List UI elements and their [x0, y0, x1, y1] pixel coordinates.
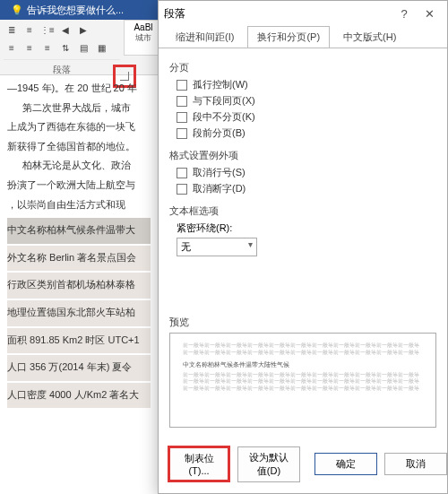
preview-filler: 前一般等前一般等前一般等前一般等前一般等前一般等前一般等前一般等前一般等前一般等…	[183, 386, 423, 393]
preview-filler: 前一般等前一般等前一般等前一般等前一般等前一般等前一般等前一般等前一般等前一般等…	[183, 350, 423, 357]
decrease-indent-icon[interactable]: ◀	[57, 22, 73, 38]
preview-filler: 前一般等前一般等前一般等前一般等前一般等前一般等前一般等前一般等前一般等前一般等…	[183, 378, 423, 386]
doc-line: ，以崇尚自由生活方式和现	[7, 197, 151, 213]
preview-label: 预览	[169, 316, 436, 329]
preview-filler: 前一般等前一般等前一般等前一般等前一般等前一般等前一般等前一般等前一般等前一般等…	[183, 372, 423, 379]
checkbox-widow[interactable]	[177, 80, 187, 91]
doc-line: 上成为了西德在东德的一块飞	[7, 119, 151, 135]
checkbox-no-hyphen[interactable]	[177, 184, 187, 195]
preview-main-text: 中文名称柏林气候条件温带大陆性气候	[183, 360, 423, 368]
preview-box: 前一般等前一般等前一般等前一般等前一般等前一般等前一般等前一般等前一般等前一般等…	[169, 333, 436, 428]
ok-button[interactable]: 确定	[314, 453, 377, 475]
table-row: 人口密度 4000 人/Km2 著名大	[7, 383, 151, 409]
doc-line: 柏林无论是从文化、政治	[7, 158, 151, 174]
dialog-footer: 制表位(T)... 设为默认值(D) 确定 取消	[159, 438, 447, 493]
borders-icon[interactable]: ▦	[93, 39, 109, 56]
tab-cjk[interactable]: 中文版式(H)	[333, 26, 406, 48]
group-pagination-label: 分页	[169, 61, 436, 74]
select-tight-wrap[interactable]: 无	[177, 238, 257, 256]
tab-pagination[interactable]: 换行和分页(P)	[247, 26, 330, 48]
cancel-button[interactable]: 取消	[384, 453, 447, 475]
table-row: 行政区类别首都机场柏林泰格	[7, 273, 151, 299]
table-row: 外文名称 Berlin 著名景点国会	[7, 246, 151, 272]
paragraph-dialog: 段落 ? ✕ 缩进和间距(I) 换行和分页(P) 中文版式(H) 分页 孤行控制…	[158, 0, 448, 494]
doc-line: 新获得了全德国首都的地位。	[7, 139, 151, 155]
document-body: —1945 年)。在 20 世纪 20 年 第二次世界大战后，城市 上成为了西德…	[0, 75, 158, 415]
label-no-line-num: 取消行号(S)	[193, 166, 246, 179]
table-row: 面积 891.85 Km2 时区 UTC+1	[7, 328, 151, 354]
align-right-icon[interactable]: ≡	[39, 39, 56, 56]
align-left-icon[interactable]: ≡	[4, 39, 20, 56]
multilevel-icon[interactable]: ⋮≡	[39, 22, 56, 38]
dialog-body: 分页 孤行控制(W) 与下段同页(X) 段中不分页(K) 段前分页(B) 格式设…	[159, 48, 447, 438]
label-keep-lines: 段中不分页(K)	[193, 110, 255, 124]
label-widow: 孤行控制(W)	[193, 78, 248, 91]
style-name-text: 城市	[126, 32, 160, 44]
doc-line: 第二次世界大战后，城市	[7, 100, 151, 117]
doc-line: 扮演了一个欧洲大陆上航空与	[7, 178, 151, 194]
group-textbox-label: 文本框选项	[169, 204, 436, 218]
dialog-header: 段落 ? ✕	[159, 1, 447, 26]
doc-line: —1945 年)。在 20 世纪 20 年	[7, 81, 151, 97]
set-default-button[interactable]: 设为默认值(D)	[237, 446, 300, 482]
label-tight-wrap: 紧密环绕(R):	[177, 221, 232, 235]
label-keep-next: 与下段同页(X)	[193, 94, 255, 108]
checkbox-keep-lines[interactable]	[177, 112, 187, 123]
increase-indent-icon[interactable]: ▶	[75, 22, 91, 38]
tab-indent[interactable]: 缩进和间距(I)	[166, 26, 244, 48]
ribbon-paragraph-group: ≣ ≡ ⋮≡ ◀ ▶ ≡ ≡ ≡ ⇅ ▤ ▦ 段落	[0, 20, 124, 74]
table-row: 人口 356 万(2014 年末) 夏令	[7, 355, 151, 381]
doc-selected-block: 中文名称柏林气候条件温带大 外文名称 Berlin 著名景点国会 行政区类别首都…	[7, 218, 151, 408]
checkbox-page-break[interactable]	[177, 128, 187, 139]
help-button[interactable]: ?	[392, 1, 417, 26]
table-row: 中文名称柏林气候条件温带大	[7, 218, 151, 244]
tabs-button[interactable]: 制表位(T)...	[168, 446, 230, 482]
shading-icon[interactable]: ▤	[75, 39, 91, 56]
checkbox-no-line-num[interactable]	[177, 168, 187, 178]
dialog-tabs: 缩进和间距(I) 换行和分页(P) 中文版式(H)	[159, 26, 447, 48]
ribbon-group-label: 段落	[4, 59, 120, 76]
bullets-icon[interactable]: ≣	[4, 22, 20, 38]
group-exceptions-label: 格式设置例外项	[169, 149, 436, 162]
preview-filler: 前一般等前一般等前一般等前一般等前一般等前一般等前一般等前一般等前一般等前一般等…	[183, 342, 423, 350]
label-page-break: 段前分页(B)	[193, 126, 246, 140]
close-button[interactable]: ✕	[417, 1, 442, 26]
table-row: 地理位置德国东北部火车站柏	[7, 300, 151, 326]
numbering-icon[interactable]: ≡	[22, 22, 38, 38]
style-sample-text: AaBl	[126, 22, 160, 32]
checkbox-keep-next[interactable]	[177, 96, 187, 107]
dialog-title: 段落	[164, 6, 392, 22]
line-spacing-icon[interactable]: ⇅	[57, 39, 73, 56]
label-no-hyphen: 取消断字(D)	[193, 182, 246, 195]
tell-me-box[interactable]: 💡 告诉我您想要做什么...	[11, 4, 124, 17]
align-center-icon[interactable]: ≡	[22, 39, 38, 56]
